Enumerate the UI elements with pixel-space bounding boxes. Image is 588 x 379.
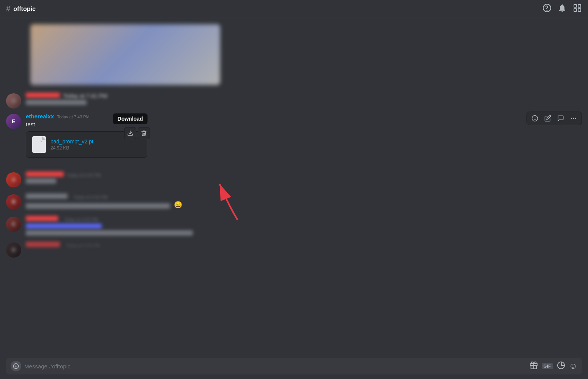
message-header: Today at X:XX PM	[26, 216, 582, 222]
message-content: Today at X:XX PM 😄	[26, 193, 582, 210]
add-reaction-button[interactable]	[530, 113, 540, 123]
message-header: Today at X:XX PM	[26, 193, 582, 200]
bell-icon[interactable]	[558, 3, 567, 14]
download-button-container: Download	[124, 127, 136, 139]
message-input-actions: GIF ☺	[530, 361, 577, 371]
emoji-icon[interactable]: ☺	[569, 361, 577, 371]
message-content: etherealxx Today at 7:43 PM test Downloa…	[26, 113, 582, 158]
message-content: Today at X:XX PM	[26, 171, 582, 184]
username: etherealxx	[26, 113, 54, 120]
svg-point-1	[547, 10, 547, 11]
more-options-button[interactable]	[569, 113, 579, 123]
username	[26, 93, 60, 98]
timestamp: Today at X:XX PM	[66, 243, 100, 248]
messages-area[interactable]: U Today at 7:41 PM	[0, 18, 588, 353]
message-header: Today at X:XX PM	[26, 171, 582, 178]
timestamp: Today at 7:43 PM	[57, 115, 90, 119]
username	[26, 242, 60, 247]
username	[26, 216, 58, 221]
username	[26, 171, 64, 177]
list-item: D Today at X:XX PM	[0, 240, 588, 259]
message-content: Today at X:XX PM	[26, 216, 582, 236]
download-button[interactable]	[124, 127, 136, 139]
file-name[interactable]: bad_prompt_v2.pt	[50, 138, 141, 145]
members-icon[interactable]	[573, 3, 582, 14]
svg-rect-3	[578, 5, 581, 7]
avatar: B	[6, 194, 21, 209]
list-item: B Today at X:XX PM 😄	[0, 192, 588, 211]
message-input-bar: GIF ☺	[0, 353, 588, 379]
svg-point-12	[575, 118, 576, 119]
avatar: A	[6, 172, 21, 187]
svg-point-7	[534, 118, 534, 118]
avatar: E	[6, 114, 21, 129]
file-size: 24.92 KB	[50, 145, 141, 151]
download-tooltip: Download	[113, 113, 148, 124]
channel-name: offtopic	[13, 6, 36, 13]
avatar: C	[6, 217, 21, 232]
gift-icon[interactable]	[530, 361, 538, 371]
timestamp: Today at X:XX PM	[64, 217, 98, 222]
message-text	[26, 178, 56, 184]
message-action-bar	[527, 112, 582, 125]
svg-rect-4	[574, 9, 577, 11]
svg-rect-5	[578, 9, 581, 11]
header-actions	[542, 3, 582, 14]
message-image	[30, 24, 220, 85]
timestamp: Today at X:XX PM	[74, 195, 107, 200]
message-input-field-container: GIF ☺	[6, 358, 582, 374]
edit-message-button[interactable]	[543, 113, 553, 123]
delete-button[interactable]	[138, 127, 150, 139]
svg-point-10	[571, 118, 572, 119]
message-text: 😄	[26, 200, 582, 210]
message-input[interactable]	[24, 363, 527, 370]
hash-icon: #	[6, 5, 10, 13]
message-text	[26, 100, 87, 105]
message-content: Today at 7:41 PM	[26, 93, 582, 105]
file-info: bad_prompt_v2.pt 24.92 KB	[50, 138, 141, 151]
message-header: Today at X:XX PM	[26, 242, 582, 248]
sticker-icon[interactable]	[557, 361, 565, 371]
file-actions: Download	[124, 127, 150, 139]
emoji: 😄	[174, 201, 182, 209]
gif-button[interactable]: GIF	[542, 363, 553, 369]
timestamp: Today at X:XX PM	[67, 173, 101, 178]
main-content: U Today at 7:41 PM	[0, 0, 588, 379]
channel-title-group: # offtopic	[6, 5, 36, 13]
threads-icon[interactable]	[542, 3, 552, 14]
message-header: Today at 7:41 PM	[26, 93, 582, 99]
username	[26, 193, 68, 199]
timestamp: Today at 7:41 PM	[63, 93, 107, 99]
message-content: Today at X:XX PM	[26, 242, 582, 248]
avatar: D	[6, 242, 21, 258]
thread-button[interactable]	[556, 113, 566, 123]
message-header: etherealxx Today at 7:43 PM	[26, 113, 582, 120]
list-item: A Today at X:XX PM	[0, 170, 588, 189]
add-attachment-button[interactable]	[11, 361, 21, 371]
list-item: U Today at 7:41 PM	[0, 91, 588, 110]
list-item: C Today at X:XX PM	[0, 214, 588, 237]
svg-point-8	[536, 118, 536, 118]
svg-rect-2	[574, 5, 577, 7]
message-text: test	[26, 120, 582, 128]
list-item: E etherealxx Today at 7:43 PM test Downl…	[0, 110, 588, 161]
file-attachment: Download	[26, 131, 147, 158]
message-text	[26, 223, 582, 236]
avatar: U	[6, 93, 21, 109]
file-type-icon	[32, 136, 46, 153]
svg-point-11	[573, 118, 574, 119]
channel-header: # offtopic	[0, 0, 588, 18]
